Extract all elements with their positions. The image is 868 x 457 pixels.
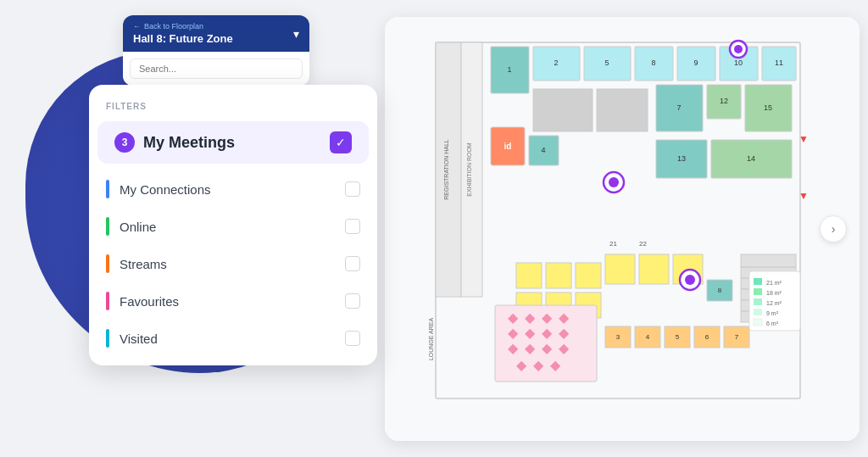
svg-text:▼: ▼ <box>798 133 809 145</box>
my-meetings-label: My Meetings <box>143 134 330 152</box>
svg-rect-76 <box>639 254 669 284</box>
visited-indicator <box>106 329 109 348</box>
svg-text:id: id <box>504 142 512 151</box>
svg-text:◆: ◆ <box>525 310 536 325</box>
svg-rect-95 <box>754 309 762 315</box>
arrow-left-icon: ← <box>133 22 141 31</box>
online-label: Online <box>120 220 345 234</box>
svg-rect-23 <box>597 89 648 131</box>
meetings-badge: 3 <box>114 132 135 153</box>
svg-rect-45 <box>576 263 601 288</box>
search-input[interactable] <box>130 59 303 79</box>
online-checkbox[interactable] <box>345 219 360 234</box>
svg-text:1: 1 <box>507 65 511 74</box>
favourites-label: Favourites <box>120 294 345 309</box>
filter-panel: FILTERS 3 My Meetings ✓ My Connections O… <box>89 85 377 365</box>
map-panel: REGISTRATION HALL EXHIBITION ROOM 1 2 5 … <box>385 17 860 441</box>
svg-text:◆: ◆ <box>533 358 544 372</box>
filter-item-streams[interactable]: Streams <box>89 245 377 282</box>
visited-label: Visited <box>120 332 345 346</box>
nav-header: ← Back to Floorplan Hall 8: Future Zone … <box>123 15 309 52</box>
svg-text:◆: ◆ <box>550 358 561 372</box>
svg-text:◆: ◆ <box>559 326 570 340</box>
svg-text:◆: ◆ <box>559 341 570 355</box>
my-meetings-row[interactable]: 3 My Meetings ✓ <box>97 121 369 164</box>
search-container <box>123 52 309 86</box>
svg-rect-44 <box>546 263 571 288</box>
svg-text:8: 8 <box>718 287 722 294</box>
svg-text:21 m²: 21 m² <box>766 280 782 286</box>
filter-item-online[interactable]: Online <box>89 208 377 245</box>
svg-text:◆: ◆ <box>508 326 519 340</box>
svg-text:◆: ◆ <box>542 341 553 355</box>
connections-indicator <box>106 180 109 198</box>
filter-item-visited[interactable]: Visited <box>89 320 377 357</box>
hall-title: Hall 8: Future Zone <box>133 32 233 45</box>
svg-text:◆: ◆ <box>516 358 527 372</box>
svg-point-81 <box>685 275 695 285</box>
svg-text:12 m²: 12 m² <box>766 300 782 306</box>
svg-text:21: 21 <box>609 240 617 248</box>
svg-text:7: 7 <box>676 103 681 112</box>
svg-text:◆: ◆ <box>559 310 570 325</box>
streams-indicator <box>106 254 109 273</box>
svg-text:10: 10 <box>734 59 743 67</box>
svg-text:2: 2 <box>554 59 558 67</box>
svg-text:9 m²: 9 m² <box>766 310 779 316</box>
map-nav-right-button[interactable]: › <box>820 215 847 242</box>
svg-text:6: 6 <box>705 333 709 341</box>
svg-point-21 <box>734 45 743 53</box>
streams-label: Streams <box>120 257 345 271</box>
floorplan-svg: REGISTRATION HALL EXHIBITION ROOM 1 2 5 … <box>385 17 860 441</box>
connections-checkbox[interactable] <box>345 181 360 197</box>
svg-text:◆: ◆ <box>525 326 536 340</box>
svg-text:6 m²: 6 m² <box>766 320 779 326</box>
filters-section-label: FILTERS <box>89 102 377 111</box>
svg-point-35 <box>609 177 619 187</box>
main-container: ← Back to Floorplan Hall 8: Future Zone … <box>0 0 868 457</box>
svg-text:14: 14 <box>747 154 755 163</box>
meetings-checkbox[interactable]: ✓ <box>330 131 352 153</box>
filter-item-connections[interactable]: My Connections <box>89 170 377 208</box>
svg-text:◆: ◆ <box>508 341 519 355</box>
svg-rect-97 <box>754 319 762 326</box>
svg-text:5: 5 <box>604 59 609 67</box>
svg-text:◆: ◆ <box>525 341 536 355</box>
svg-rect-93 <box>754 298 762 305</box>
svg-text:13: 13 <box>677 154 686 163</box>
svg-text:15: 15 <box>764 103 772 112</box>
svg-text:12: 12 <box>720 97 728 105</box>
online-indicator <box>106 217 109 236</box>
svg-rect-22 <box>533 89 593 131</box>
back-to-floorplan[interactable]: ← Back to Floorplan <box>133 22 233 31</box>
svg-rect-91 <box>754 288 762 295</box>
map-content: REGISTRATION HALL EXHIBITION ROOM 1 2 5 … <box>385 17 860 441</box>
svg-text:22: 22 <box>639 240 647 248</box>
svg-text:11: 11 <box>775 59 783 67</box>
svg-text:8: 8 <box>651 59 655 67</box>
visited-checkbox[interactable] <box>345 331 360 346</box>
svg-text:4: 4 <box>646 333 650 341</box>
svg-text:18 m²: 18 m² <box>766 290 782 296</box>
svg-text:◆: ◆ <box>508 310 519 325</box>
svg-text:REGISTRATION HALL: REGISTRATION HALL <box>443 139 449 200</box>
svg-rect-75 <box>605 254 635 284</box>
svg-text:9: 9 <box>693 59 698 67</box>
svg-text:5: 5 <box>676 333 680 341</box>
streams-checkbox[interactable] <box>345 256 360 271</box>
dropdown-chevron-icon[interactable]: ▾ <box>293 27 299 41</box>
svg-text:4: 4 <box>541 146 545 154</box>
svg-text:LOUNGE AREA: LOUNGE AREA <box>428 318 434 361</box>
svg-rect-89 <box>754 278 762 285</box>
navigation-panel: ← Back to Floorplan Hall 8: Future Zone … <box>123 15 309 86</box>
favourites-indicator <box>106 292 109 310</box>
favourites-checkbox[interactable] <box>345 293 360 309</box>
svg-text:7: 7 <box>735 333 739 341</box>
svg-rect-43 <box>516 263 542 288</box>
svg-text:EXHIBITION ROOM: EXHIBITION ROOM <box>466 142 472 197</box>
svg-text:◆: ◆ <box>542 326 553 340</box>
connections-label: My Connections <box>120 182 345 197</box>
svg-text:◆: ◆ <box>542 310 553 325</box>
svg-text:▼: ▼ <box>798 190 809 202</box>
filter-item-favourites[interactable]: Favourites <box>89 282 377 320</box>
